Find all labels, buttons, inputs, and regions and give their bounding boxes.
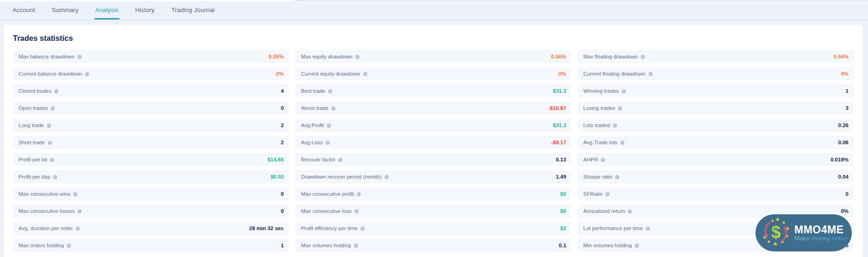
watermark-brand: MMO4ME [794, 224, 849, 235]
stat-label: Profit efficiency per time [301, 225, 358, 231]
stat-value: 28 min 32 sec [249, 225, 284, 231]
stat-label: Max volumes holding [301, 243, 351, 248]
stat-row: Closed trades4 [13, 84, 289, 97]
stat-value: $31.3 [553, 122, 566, 128]
stat-label-wrap: Annualized return [583, 208, 632, 214]
info-icon[interactable] [613, 123, 617, 128]
stat-label: Current balance drawdown [19, 71, 82, 77]
watermark-tagline: Make money online [794, 235, 849, 242]
info-icon[interactable] [75, 226, 80, 231]
tab-analysis[interactable]: Analysis [94, 1, 120, 19]
stat-value: 0.06 [838, 140, 849, 145]
stat-label: Avg.Profit [301, 122, 324, 128]
stat-value: 1 [281, 243, 283, 248]
info-icon[interactable] [73, 192, 77, 196]
info-icon[interactable] [620, 141, 624, 145]
stat-label-wrap: Avg.Loss [301, 140, 330, 145]
info-icon[interactable] [354, 244, 358, 248]
info-icon[interactable] [615, 175, 619, 179]
info-icon[interactable] [50, 158, 54, 162]
stat-label: Worst trade [301, 105, 328, 111]
info-icon[interactable] [646, 226, 650, 231]
stat-label-wrap: Profit per day [19, 174, 57, 180]
stat-value: 0.26 [838, 122, 849, 128]
stat-label: Best trade [301, 88, 325, 94]
info-icon[interactable] [48, 141, 52, 145]
info-icon[interactable] [354, 209, 359, 213]
stat-label-wrap: Max consecutive wins [19, 191, 77, 197]
svg-text:$: $ [771, 223, 781, 242]
stat-label: Long trade [19, 122, 44, 128]
info-icon[interactable] [648, 72, 653, 76]
stat-row: Max consecutive wins0 [13, 187, 289, 200]
tab-history[interactable]: History [134, 1, 156, 19]
tab-account[interactable]: Account [12, 1, 36, 19]
stat-row: Max orders holding1 [13, 239, 289, 252]
info-icon[interactable] [50, 106, 55, 110]
stat-row: Profit per lot$14.65 [13, 153, 289, 166]
stat-row: Drawdown recover period (month)1.49 [296, 170, 572, 183]
info-icon[interactable] [384, 175, 389, 179]
stat-value: 2 [281, 122, 283, 128]
info-icon[interactable] [618, 106, 622, 110]
stat-label-wrap: Best trade [301, 88, 332, 94]
stat-row: Best trade$31.3 [296, 84, 572, 97]
stat-row: Winning trades1 [578, 84, 854, 97]
info-icon[interactable] [635, 244, 639, 248]
info-icon[interactable] [85, 72, 89, 76]
info-icon[interactable] [328, 89, 332, 93]
stat-row: Profit per day$0.55 [13, 170, 289, 183]
stat-label-wrap: Closed trades [19, 88, 58, 94]
info-icon[interactable] [77, 209, 82, 213]
stats-column-1: Max balance drawdown0.55%Current balance… [13, 50, 289, 252]
info-icon[interactable] [53, 175, 57, 179]
stat-row: Recover factor0.13 [296, 153, 572, 166]
info-icon[interactable] [326, 141, 330, 145]
stat-value: 0% [276, 71, 284, 77]
stat-value: $14.65 [267, 157, 283, 162]
stat-label: Max balance drawdown [19, 54, 75, 59]
info-icon[interactable] [628, 209, 632, 213]
info-icon[interactable] [355, 55, 359, 59]
stat-row: Max balance drawdown0.55% [13, 50, 289, 63]
info-icon[interactable] [54, 89, 58, 93]
tab-trading-journal[interactable]: Trading Journal [170, 1, 215, 19]
stat-row: Open trades0 [13, 102, 289, 115]
stat-value: 0% [559, 71, 566, 77]
stat-label-wrap: Losing trades [583, 105, 622, 111]
stat-label-wrap: AHPR [583, 157, 605, 162]
stat-row: Avg.Trade lots0.06 [578, 136, 854, 149]
stat-row: Max consecutive loss$0 [296, 205, 572, 218]
info-icon[interactable] [622, 89, 626, 93]
stat-value: 4 [281, 88, 283, 94]
stat-label: Avg.Loss [301, 140, 323, 145]
stat-label: Avg. duration per order [19, 225, 73, 231]
stat-row: Avg.Loss-$9.17 [296, 136, 572, 149]
stat-label: Drawdown recover period (month) [301, 174, 382, 180]
info-icon[interactable] [363, 72, 367, 76]
stat-label: Lots traded [583, 122, 610, 128]
stat-label-wrap: Current floating drawdown [583, 71, 652, 77]
info-icon[interactable] [601, 158, 605, 162]
stat-label-wrap: Min volumes holding [583, 243, 639, 248]
stat-row: Max equity drawdown0.56% [296, 50, 572, 63]
info-icon[interactable] [338, 158, 342, 162]
info-icon[interactable] [357, 192, 361, 196]
info-icon[interactable] [47, 123, 51, 128]
stat-row: AHPR0.019% [578, 153, 854, 166]
stat-label-wrap: Winning trades [583, 88, 626, 94]
info-icon[interactable] [67, 244, 71, 248]
stat-label-wrap: Avg.Profit [301, 122, 331, 128]
stat-row: Current balance drawdown0% [13, 67, 289, 80]
info-icon[interactable] [77, 55, 82, 59]
stat-value: $0 [560, 208, 566, 214]
info-icon[interactable] [360, 226, 365, 231]
stat-label-wrap: Max volumes holding [301, 243, 358, 248]
tab-summary[interactable]: Summary [51, 1, 80, 19]
stat-value: 0.56% [833, 54, 849, 59]
info-icon[interactable] [331, 106, 335, 110]
info-icon[interactable] [327, 123, 331, 128]
info-icon[interactable] [605, 192, 610, 196]
stat-label: Sharpe ratio [583, 174, 612, 180]
info-icon[interactable] [641, 55, 645, 59]
